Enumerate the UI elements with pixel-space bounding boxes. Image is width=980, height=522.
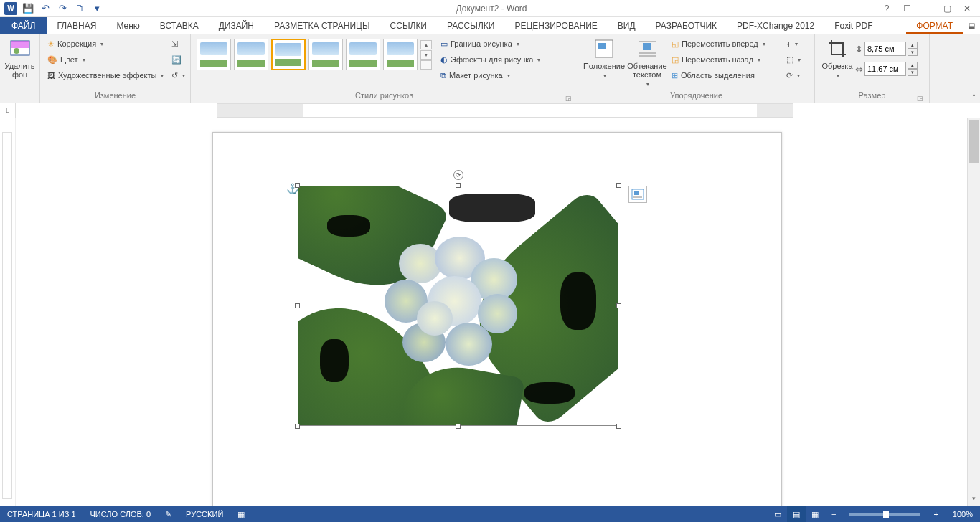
tab-file[interactable]: ФАЙЛ <box>0 17 47 34</box>
artistic-effects-button[interactable]: 🖼Художественные эффекты▾ <box>44 67 169 83</box>
align-button[interactable]: ⫞▾ <box>783 36 801 52</box>
remove-background-button[interactable]: Удалить фон <box>4 36 35 89</box>
selection-pane-icon: ⊞ <box>672 71 678 80</box>
corrections-button[interactable]: ☀Коррекция▾ <box>44 36 169 52</box>
tab-format[interactable]: ФОРМАТ <box>906 17 963 34</box>
tab-menu[interactable]: Меню <box>106 17 149 34</box>
reset-picture-button[interactable]: ↺▾ <box>169 67 186 83</box>
tab-view[interactable]: ВИД <box>608 17 646 34</box>
style-thumb-1[interactable] <box>197 39 231 70</box>
qat-customize-icon[interactable]: ▾ <box>89 1 105 16</box>
height-down[interactable]: ▾ <box>908 49 918 56</box>
selected-image[interactable]: ⚓ ⟳ <box>298 186 618 426</box>
scroll-down-button[interactable]: ▾ <box>968 495 980 506</box>
width-up[interactable]: ▴ <box>908 62 918 69</box>
width-down[interactable]: ▾ <box>908 69 918 76</box>
word-app-icon[interactable]: W <box>3 1 19 16</box>
picture-border-button[interactable]: ▭Граница рисунка▾ <box>438 36 543 52</box>
bring-forward-button[interactable]: ◱Переместить вперед▾ <box>669 36 783 52</box>
document-area[interactable]: ⚓ ⟳ <box>16 118 967 506</box>
zoom-level[interactable]: 100% <box>946 506 980 522</box>
picture-effects-button[interactable]: ◐Эффекты для рисунка▾ <box>438 52 543 67</box>
ruler-corner[interactable]: L <box>0 103 16 118</box>
gallery-down-button[interactable]: ▾ <box>420 50 432 60</box>
view-read-button[interactable]: ▭ <box>768 506 787 522</box>
page[interactable]: ⚓ ⟳ <box>212 132 782 506</box>
resize-handle-bl[interactable] <box>295 424 300 429</box>
position-button[interactable]: Положение▾ <box>583 36 626 89</box>
resize-handle-b[interactable] <box>456 424 461 429</box>
tab-page-layout[interactable]: РАЗМЕТКА СТРАНИЦЫ <box>264 17 380 34</box>
zoom-out-button[interactable]: − <box>824 506 843 522</box>
group-adjust-label: Изменение <box>44 91 186 103</box>
resize-handle-t[interactable] <box>456 183 461 188</box>
styles-dialog-launcher[interactable]: ◲ <box>565 95 572 102</box>
resize-handle-tl[interactable] <box>295 183 300 188</box>
tab-pdfxchange[interactable]: PDF-XChange 2012 <box>727 17 824 34</box>
status-bar: СТРАНИЦА 1 ИЗ 1 ЧИСЛО СЛОВ: 0 ✎ РУССКИЙ … <box>0 506 980 522</box>
layout-options-button[interactable] <box>628 186 647 203</box>
gallery-more-button[interactable]: ⋯ <box>420 60 432 70</box>
qat-redo-icon[interactable]: ↷ <box>55 1 70 16</box>
page-status[interactable]: СТРАНИЦА 1 ИЗ 1 <box>0 506 83 522</box>
word-count[interactable]: ЧИСЛО СЛОВ: 0 <box>83 506 159 522</box>
zoom-in-button[interactable]: + <box>926 506 945 522</box>
tab-insert[interactable]: ВСТАВКА <box>150 17 209 34</box>
qat-save-icon[interactable]: 💾 <box>20 1 36 16</box>
minimize-button[interactable]: — <box>918 2 936 15</box>
height-up[interactable]: ▴ <box>908 42 918 49</box>
compress-pictures-button[interactable]: ⇲ <box>169 36 186 52</box>
send-backward-button[interactable]: ◲Переместить назад▾ <box>669 52 783 67</box>
view-web-button[interactable]: ▦ <box>806 506 824 522</box>
maximize-button[interactable]: ▢ <box>938 2 956 15</box>
rotate-handle[interactable]: ⟳ <box>453 170 463 180</box>
style-thumb-3[interactable] <box>271 39 306 70</box>
style-thumb-5[interactable] <box>346 39 380 70</box>
width-input[interactable] <box>864 62 906 76</box>
color-button[interactable]: 🎨Цвет▾ <box>44 52 169 67</box>
resize-handle-tr[interactable] <box>616 183 621 188</box>
style-thumb-2[interactable] <box>234 39 268 70</box>
spellcheck-icon[interactable]: ✎ <box>158 506 179 522</box>
resize-handle-l[interactable] <box>295 303 300 308</box>
vertical-scrollbar[interactable]: ▴ ▾ <box>967 118 980 506</box>
group-size-label: Размер◲ <box>819 91 925 103</box>
help-button[interactable]: ? <box>878 2 895 15</box>
tab-design[interactable]: ДИЗАЙН <box>209 17 264 34</box>
qat-undo-icon[interactable]: ↶ <box>37 1 53 16</box>
tab-mailings[interactable]: РАССЫЛКИ <box>437 17 504 34</box>
style-thumb-4[interactable] <box>308 39 343 70</box>
picture-styles-gallery[interactable]: ▴ ▾ ⋯ <box>195 36 433 73</box>
tab-review[interactable]: РЕЦЕНЗИРОВАНИЕ <box>504 17 607 34</box>
change-picture-button[interactable]: 🔄 <box>169 52 186 67</box>
close-button[interactable]: ✕ <box>958 2 976 15</box>
selection-pane-button[interactable]: ⊞Область выделения <box>669 67 783 83</box>
wrap-text-button[interactable]: Обтекание текстом▾ <box>626 36 669 89</box>
resize-handle-br[interactable] <box>616 424 621 429</box>
tab-developer[interactable]: РАЗРАБОТЧИК <box>646 17 727 34</box>
ribbon-display-button[interactable]: ☐ <box>898 2 915 15</box>
crop-button[interactable]: Обрезка▾ <box>819 36 855 89</box>
gallery-up-button[interactable]: ▴ <box>420 40 432 49</box>
view-print-button[interactable]: ▤ <box>787 506 806 522</box>
ribbon-collapse-icon[interactable]: ⬓ <box>963 17 980 34</box>
size-dialog-launcher[interactable]: ◲ <box>917 95 923 102</box>
macro-icon[interactable]: ▦ <box>230 506 252 522</box>
zoom-slider[interactable] <box>849 513 920 516</box>
collapse-ribbon-button[interactable]: ˄ <box>972 93 976 101</box>
change-picture-icon: 🔄 <box>171 55 182 65</box>
group-button[interactable]: ⬚▾ <box>783 52 801 67</box>
style-thumb-6[interactable] <box>383 39 418 70</box>
language-status[interactable]: РУССКИЙ <box>179 506 230 522</box>
rotate-button[interactable]: ⟳▾ <box>783 67 801 83</box>
scroll-thumb[interactable] <box>969 120 979 163</box>
tab-home[interactable]: ГЛАВНАЯ <box>47 17 106 34</box>
qat-new-icon[interactable]: 🗋 <box>72 1 88 16</box>
pic-effects-icon: ◐ <box>440 55 448 65</box>
tab-foxit[interactable]: Foxit PDF <box>824 17 882 34</box>
picture-layout-button[interactable]: ⧉Макет рисунка▾ <box>438 67 543 83</box>
resize-handle-r[interactable] <box>616 303 621 308</box>
tab-references[interactable]: ССЫЛКИ <box>380 17 437 34</box>
height-input[interactable] <box>864 42 906 56</box>
zoom-slider-thumb[interactable] <box>883 511 889 518</box>
